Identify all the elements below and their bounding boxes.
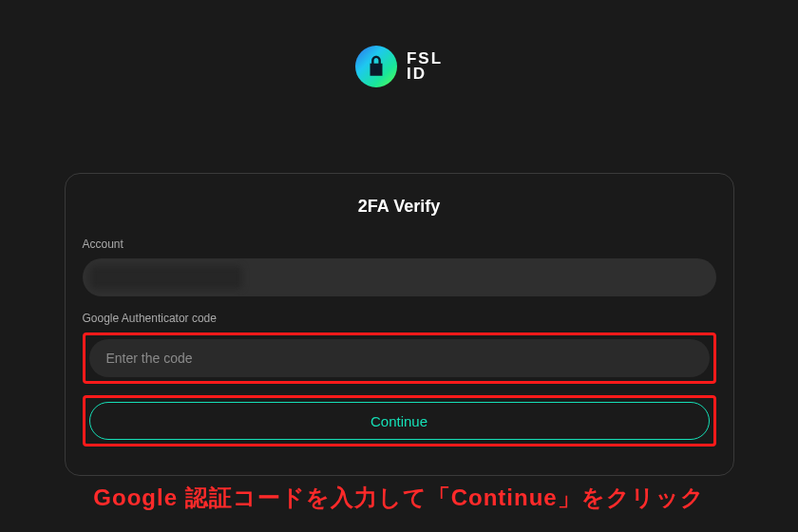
code-label: Google Authenticator code (83, 312, 716, 325)
continue-highlight: Continue (83, 395, 716, 446)
verify-card: 2FA Verify Account Google Authenticator … (65, 173, 734, 476)
brand-header: FSL ID (0, 0, 798, 116)
instruction-caption: Google 認証コードを入力して「Continue」をクリック (0, 483, 798, 513)
brand-line2: ID (407, 66, 443, 82)
account-label: Account (83, 238, 716, 251)
account-redacted (90, 266, 242, 289)
account-display (83, 258, 716, 296)
continue-button[interactable]: Continue (89, 402, 710, 440)
authenticator-code-input[interactable] (89, 339, 710, 377)
lock-icon (355, 46, 397, 87)
card-title: 2FA Verify (83, 197, 716, 217)
svg-rect-1 (375, 68, 377, 72)
code-input-highlight (83, 332, 716, 384)
brand-wordmark: FSL ID (407, 51, 443, 82)
